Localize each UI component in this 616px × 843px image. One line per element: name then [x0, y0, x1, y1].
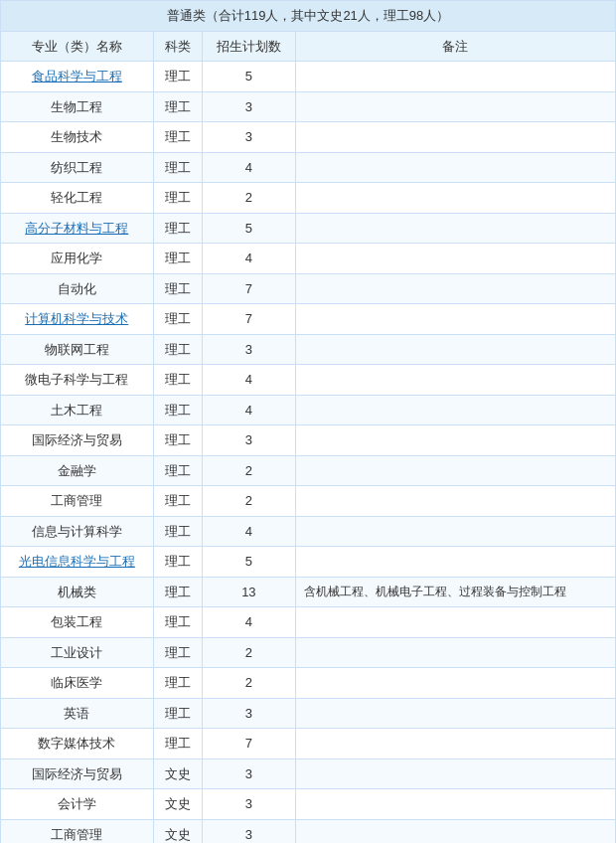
cell-remark — [295, 183, 615, 214]
cell-remark — [295, 759, 615, 789]
cell-remark — [295, 819, 615, 843]
cell-name: 工商管理 — [1, 819, 154, 843]
col-header-remark: 备注 — [295, 31, 615, 62]
cell-name: 国际经济与贸易 — [1, 759, 154, 789]
col-header-name: 专业（类）名称 — [1, 31, 154, 62]
table-row: 轻化工程理工2 — [1, 183, 616, 214]
table-row: 生物工程理工3 — [1, 91, 616, 122]
cell-name[interactable]: 光电信息科学与工程 — [1, 547, 154, 578]
cell-num: 7 — [202, 729, 295, 759]
cell-kl: 理工 — [153, 637, 202, 668]
cell-remark: 含机械工程、机械电子工程、过程装备与控制工程 — [295, 577, 615, 607]
cell-num: 3 — [202, 334, 295, 365]
cell-kl: 理工 — [153, 91, 202, 122]
cell-num: 3 — [202, 759, 295, 789]
cell-name: 土木工程 — [1, 395, 154, 425]
cell-num: 2 — [202, 668, 295, 699]
table-row: 高分子材料与工程理工5 — [1, 213, 616, 244]
table-row: 工业设计理工2 — [1, 637, 616, 668]
cell-kl: 理工 — [153, 395, 202, 425]
cell-num: 4 — [202, 607, 295, 638]
cell-name: 金融学 — [1, 455, 154, 486]
cell-remark — [295, 637, 615, 668]
cell-kl: 理工 — [153, 334, 202, 365]
cell-remark — [295, 668, 615, 699]
table-row: 纺织工程理工4 — [1, 152, 616, 183]
table-row: 包装工程理工4 — [1, 607, 616, 638]
table-row: 机械类理工13含机械工程、机械电子工程、过程装备与控制工程 — [1, 577, 616, 607]
cell-num: 3 — [202, 698, 295, 729]
cell-kl: 理工 — [153, 729, 202, 759]
cell-remark — [295, 516, 615, 547]
cell-kl: 文史 — [153, 789, 202, 820]
cell-remark — [295, 455, 615, 486]
table-row: 物联网工程理工3 — [1, 334, 616, 365]
cell-num: 4 — [202, 152, 295, 183]
cell-name: 工业设计 — [1, 637, 154, 668]
cell-remark — [295, 698, 615, 729]
cell-num: 7 — [202, 273, 295, 304]
cell-remark — [295, 244, 615, 274]
cell-num: 3 — [202, 122, 295, 153]
cell-num: 4 — [202, 244, 295, 274]
col-header-kl: 科类 — [153, 31, 202, 62]
cell-kl: 理工 — [153, 244, 202, 274]
cell-kl: 理工 — [153, 273, 202, 304]
cell-num: 3 — [202, 91, 295, 122]
cell-kl: 理工 — [153, 668, 202, 699]
cell-remark — [295, 122, 615, 153]
cell-name: 自动化 — [1, 273, 154, 304]
cell-remark — [295, 547, 615, 578]
table-row: 微电子科学与工程理工4 — [1, 365, 616, 396]
cell-kl: 理工 — [153, 304, 202, 335]
cell-num: 2 — [202, 455, 295, 486]
cell-kl: 理工 — [153, 365, 202, 396]
table-row: 光电信息科学与工程理工5 — [1, 547, 616, 578]
cell-name: 生物技术 — [1, 122, 154, 153]
cell-num: 7 — [202, 304, 295, 335]
table-row: 信息与计算科学理工4 — [1, 516, 616, 547]
table-row: 英语理工3 — [1, 698, 616, 729]
cell-name: 英语 — [1, 698, 154, 729]
cell-remark — [295, 729, 615, 759]
cell-num: 13 — [202, 577, 295, 607]
cell-name[interactable]: 食品科学与工程 — [1, 62, 154, 92]
cell-kl: 理工 — [153, 516, 202, 547]
cell-remark — [295, 395, 615, 425]
table-row: 工商管理文史3 — [1, 819, 616, 843]
table-row: 生物技术理工3 — [1, 122, 616, 153]
cell-kl: 理工 — [153, 486, 202, 517]
cell-name[interactable]: 高分子材料与工程 — [1, 213, 154, 244]
cell-num: 2 — [202, 486, 295, 517]
cell-num: 3 — [202, 789, 295, 820]
cell-name: 物联网工程 — [1, 334, 154, 365]
table-row: 国际经济与贸易理工3 — [1, 425, 616, 456]
table-row: 食品科学与工程理工5 — [1, 62, 616, 92]
cell-num: 2 — [202, 637, 295, 668]
cell-name[interactable]: 计算机科学与技术 — [1, 304, 154, 335]
cell-kl: 理工 — [153, 122, 202, 153]
cell-name: 微电子科学与工程 — [1, 365, 154, 396]
cell-remark — [295, 789, 615, 820]
cell-kl: 理工 — [153, 547, 202, 578]
table-row: 临床医学理工2 — [1, 668, 616, 699]
table-row: 国际经济与贸易文史3 — [1, 759, 616, 789]
cell-kl: 理工 — [153, 425, 202, 456]
cell-remark — [295, 62, 615, 92]
table-row: 应用化学理工4 — [1, 244, 616, 274]
cell-num: 4 — [202, 395, 295, 425]
col-header-num: 招生计划数 — [202, 31, 295, 62]
cell-num: 4 — [202, 516, 295, 547]
table-row: 土木工程理工4 — [1, 395, 616, 425]
cell-num: 5 — [202, 547, 295, 578]
cell-name: 包装工程 — [1, 607, 154, 638]
cell-name: 机械类 — [1, 577, 154, 607]
table-row: 数字媒体技术理工7 — [1, 729, 616, 759]
cell-kl: 文史 — [153, 819, 202, 843]
cell-name: 信息与计算科学 — [1, 516, 154, 547]
cell-name: 应用化学 — [1, 244, 154, 274]
cell-remark — [295, 607, 615, 638]
table-row: 金融学理工2 — [1, 455, 616, 486]
cell-name: 临床医学 — [1, 668, 154, 699]
table-row: 自动化理工7 — [1, 273, 616, 304]
